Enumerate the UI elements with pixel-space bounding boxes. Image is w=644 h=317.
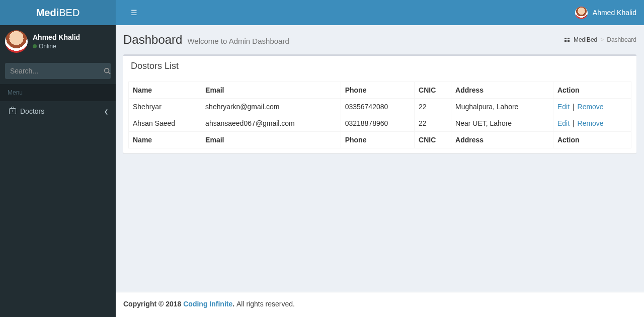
- sidebar-toggle-button[interactable]: [123, 1, 145, 24]
- avatar: [575, 7, 588, 19]
- sidebar-search-form: [0, 58, 116, 84]
- navbar: Ahmed Khalid: [116, 0, 644, 25]
- cell-action: Edit | Remove: [553, 115, 631, 132]
- main-sidebar: Ahmed Khalid Online Menu Doctors ❮: [0, 25, 116, 317]
- cell-email: ahsansaeed067@gmail.com: [201, 115, 341, 132]
- th-action: Action: [553, 82, 631, 99]
- footer-suffix: All rights reserved.: [236, 300, 295, 308]
- status-dot-icon: [33, 44, 37, 48]
- box-title: Dostors List: [131, 61, 629, 71]
- table-row: Ahsan Saeed ahsansaeed067@gmail.com 0321…: [129, 115, 631, 132]
- remove-link[interactable]: Remove: [578, 103, 604, 111]
- action-separator: |: [572, 103, 576, 111]
- svg-point-0: [104, 68, 109, 73]
- cell-phone: 03356742080: [341, 99, 414, 115]
- edit-link[interactable]: Edit: [557, 103, 570, 111]
- cell-name: Ahsan Saeed: [129, 115, 201, 132]
- cell-email: shehryarkn@gmail.com: [201, 99, 341, 115]
- sidebar-item-label: Doctors: [20, 107, 44, 115]
- th-address: Address: [451, 82, 553, 99]
- breadcrumb: MediBed > Dashboard: [565, 36, 636, 43]
- user-menu[interactable]: Ahmed Khalid: [575, 2, 636, 24]
- table-footer-row: Name Email Phone CNIC Address Action: [129, 132, 631, 148]
- table-header-row: Name Email Phone CNIC Address Action: [129, 82, 631, 99]
- cell-name: Shehryar: [129, 99, 201, 115]
- tf-address: Address: [451, 132, 553, 148]
- th-phone: Phone: [341, 82, 414, 99]
- cell-cnic: 22: [415, 99, 451, 115]
- tf-phone: Phone: [341, 132, 414, 148]
- sidebar-item-doctors[interactable]: Doctors ❮: [0, 101, 116, 121]
- breadcrumb-root[interactable]: MediBed: [574, 36, 597, 43]
- bars-icon: [131, 9, 138, 17]
- search-icon: [104, 67, 111, 74]
- cell-address: Mughalpura, Lahore: [451, 99, 553, 115]
- remove-link[interactable]: Remove: [578, 119, 604, 127]
- cell-address: Near UET, Lahore: [451, 115, 553, 132]
- table-row: Shehryar shehryarkn@gmail.com 0335674208…: [129, 99, 631, 115]
- chevron-left-icon: ❮: [104, 109, 108, 114]
- page-subtitle: Welcome to Admin Dashboard: [187, 37, 289, 45]
- search-button[interactable]: [103, 63, 111, 79]
- header-user-name: Ahmed Khalid: [593, 9, 636, 17]
- page-title-wrap: Dashboard Welcome to Admin Dashboard: [123, 33, 289, 47]
- doctors-box: Dostors List Name Email Phone CNIC Addre…: [123, 54, 636, 153]
- box-header: Dostors List: [123, 56, 636, 76]
- footer-copyright: Copyright © 2018: [123, 300, 183, 308]
- search-input[interactable]: [5, 63, 103, 79]
- dashboard-icon: [565, 36, 571, 43]
- th-name: Name: [129, 82, 201, 99]
- footer-link[interactable]: Coding Infinite: [183, 300, 232, 308]
- cell-cnic: 22: [415, 115, 451, 132]
- tf-action: Action: [553, 132, 631, 148]
- sidebar-user-name: Ahmed Khalid: [33, 33, 80, 42]
- logo-bold: Medi: [36, 7, 59, 18]
- sidebar-user-panel: Ahmed Khalid Online: [0, 25, 116, 58]
- tf-cnic: CNIC: [415, 132, 451, 148]
- logo-light: BED: [59, 7, 79, 18]
- content-wrapper: Dashboard Welcome to Admin Dashboard Med…: [116, 25, 644, 292]
- th-cnic: CNIC: [415, 82, 451, 99]
- sidebar-user-status[interactable]: Online: [33, 43, 80, 50]
- logo[interactable]: MediBED: [0, 0, 116, 25]
- svg-line-1: [108, 72, 110, 74]
- cell-action: Edit | Remove: [553, 99, 631, 115]
- cell-phone: 03218878960: [341, 115, 414, 132]
- tf-email: Email: [201, 132, 341, 148]
- main-footer: Copyright © 2018 Coding Infinite. All ri…: [116, 292, 644, 317]
- doctors-table: Name Email Phone CNIC Address Action She…: [128, 82, 631, 148]
- main-header: MediBED Ahmed Khalid: [0, 0, 644, 25]
- breadcrumb-separator: >: [600, 36, 604, 43]
- page-title: Dashboard: [123, 33, 182, 47]
- sidebar-menu-header: Menu: [0, 84, 116, 101]
- th-email: Email: [201, 82, 341, 99]
- action-separator: |: [572, 119, 576, 127]
- avatar: [5, 30, 28, 53]
- tf-name: Name: [129, 132, 201, 148]
- box-body: Name Email Phone CNIC Address Action She…: [123, 76, 636, 153]
- breadcrumb-current: Dashboard: [607, 36, 636, 43]
- sidebar-user-info: Ahmed Khalid Online: [33, 33, 80, 50]
- content: Dostors List Name Email Phone CNIC Addre…: [116, 54, 644, 161]
- edit-link[interactable]: Edit: [557, 119, 570, 127]
- medkit-icon: [9, 108, 16, 114]
- status-text: Online: [39, 43, 56, 50]
- content-header: Dashboard Welcome to Admin Dashboard Med…: [116, 25, 644, 54]
